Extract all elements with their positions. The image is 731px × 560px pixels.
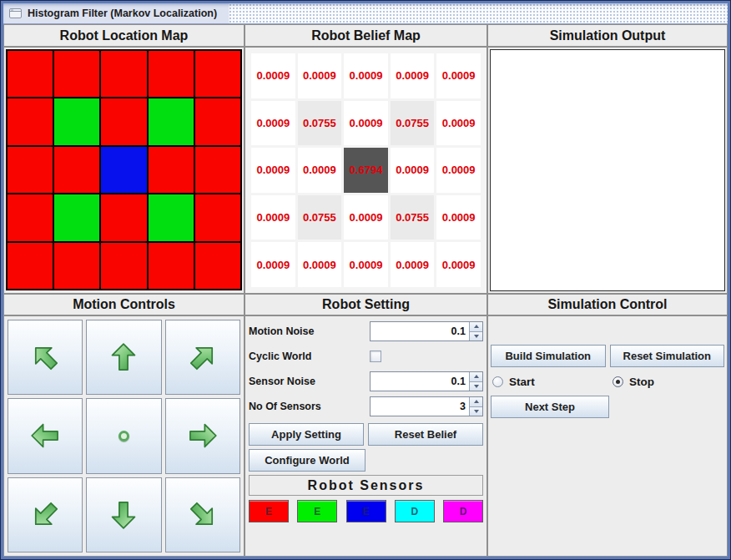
move-down-button[interactable] <box>86 477 161 552</box>
location-cell-r1c2-red[interactable] <box>101 98 146 144</box>
sensor-swatches: EEEDD <box>249 500 483 522</box>
stop-radio-icon[interactable] <box>613 376 623 387</box>
belief-cell-r4c0: 0.0009 <box>251 242 295 287</box>
location-cell-r0c0-red[interactable] <box>8 51 53 97</box>
motion-noise-spinner-buttons <box>469 322 482 341</box>
sensor-4-swatch[interactable]: D <box>395 500 435 522</box>
window-icon <box>8 7 23 20</box>
location-cell-r2c1-red[interactable] <box>54 147 99 193</box>
location-cell-r3c4-red[interactable] <box>195 194 240 240</box>
build-simulation-button[interactable]: Build Simulation <box>491 345 606 367</box>
move-down-right-button[interactable] <box>165 477 240 552</box>
location-cell-r4c3-red[interactable] <box>149 243 194 289</box>
belief-cell-r4c3: 0.0009 <box>391 242 435 287</box>
location-cell-r0c3-red[interactable] <box>149 51 194 97</box>
location-cell-r0c1-red[interactable] <box>54 51 99 97</box>
location-cell-r4c1-red[interactable] <box>54 243 99 289</box>
location-map-header: Robot Location Map <box>3 24 245 47</box>
move-left-button[interactable] <box>8 398 83 473</box>
sensor-3-swatch[interactable]: E <box>346 500 386 522</box>
location-cell-r0c2-red[interactable] <box>101 51 146 97</box>
location-cell-r4c4-red[interactable] <box>195 243 240 289</box>
move-up-button[interactable] <box>86 320 161 395</box>
motion-controls-header: Motion Controls <box>3 294 245 315</box>
spinner-up-icon[interactable] <box>469 397 482 407</box>
spinner-down-icon[interactable] <box>469 382 482 391</box>
location-map-grid <box>6 49 242 290</box>
robot-sensors-header: Robot Sensors <box>249 475 483 496</box>
spinner-up-icon[interactable] <box>469 372 482 382</box>
arrow-down-icon <box>108 499 139 531</box>
location-cell-r4c0-red[interactable] <box>8 243 53 289</box>
window-title: Histogram Filter (Markov Localization) <box>28 8 229 19</box>
start-radio-label: Start <box>509 376 535 388</box>
move-right-button[interactable] <box>165 398 240 473</box>
location-cell-r1c0-red[interactable] <box>8 98 53 144</box>
belief-cell-r0c3: 0.0009 <box>391 53 435 98</box>
setting-buttons-row: Apply Setting Reset Belief <box>249 423 483 446</box>
stop-radio[interactable]: Stop <box>613 376 654 388</box>
belief-map-header: Robot Belief Map <box>245 24 487 47</box>
no-of-sensors-value[interactable]: 3 <box>371 397 469 416</box>
location-cell-r2c3-red[interactable] <box>149 147 194 193</box>
move-stay-button[interactable] <box>86 398 161 473</box>
start-radio-icon[interactable] <box>492 376 503 387</box>
title-bar[interactable]: Histogram Filter (Markov Localization) <box>3 3 728 24</box>
belief-cell-r2c0: 0.0009 <box>251 148 295 193</box>
location-cell-r2c0-red[interactable] <box>8 147 53 193</box>
location-cell-r3c1-green[interactable] <box>54 194 99 240</box>
location-cell-r3c3-green[interactable] <box>149 194 194 240</box>
location-cell-r4c2-red[interactable] <box>101 243 146 289</box>
location-cell-r2c2-blue[interactable] <box>101 147 146 193</box>
arrow-up-right-icon <box>180 335 225 380</box>
location-cell-r3c2-red[interactable] <box>101 194 146 240</box>
configure-world-button[interactable]: Configure World <box>249 449 366 472</box>
location-map-panel <box>3 47 245 294</box>
robot-setting-header: Robot Setting <box>245 294 487 315</box>
no-of-sensors-row: No Of Sensors3 <box>249 394 483 419</box>
belief-cell-r1c4: 0.0009 <box>436 101 481 146</box>
simulation-control-header: Simulation Control <box>487 294 728 315</box>
location-cell-r0c4-red[interactable] <box>195 51 240 97</box>
arrow-right-icon <box>187 420 219 452</box>
sensor-noise-spinner[interactable]: 0.1 <box>370 371 483 391</box>
belief-cell-r2c4: 0.0009 <box>436 148 481 193</box>
sensor-2-swatch[interactable]: E <box>297 500 337 522</box>
belief-cell-r1c0: 0.0009 <box>251 101 295 146</box>
location-cell-r1c3-green[interactable] <box>149 98 194 144</box>
spinner-down-icon[interactable] <box>469 332 482 341</box>
no-of-sensors-spinner[interactable]: 3 <box>370 396 483 416</box>
reset-simulation-button[interactable]: Reset Simulation <box>610 345 725 367</box>
location-cell-r2c4-red[interactable] <box>195 147 240 193</box>
location-cell-r1c4-red[interactable] <box>195 98 240 144</box>
motion-noise-spinner[interactable]: 0.1 <box>370 321 483 341</box>
move-up-right-button[interactable] <box>165 320 240 395</box>
cyclic-world-checkbox[interactable] <box>370 351 381 362</box>
arrow-up-icon <box>108 341 139 373</box>
belief-cell-r1c3: 0.0755 <box>391 101 435 146</box>
location-cell-r1c1-green[interactable] <box>54 98 99 144</box>
stay-icon <box>118 431 129 441</box>
reset-belief-button[interactable]: Reset Belief <box>368 423 483 446</box>
start-radio[interactable]: Start <box>491 376 613 388</box>
belief-cell-r3c4: 0.0009 <box>436 195 481 240</box>
move-down-left-button[interactable] <box>8 477 83 552</box>
next-step-button[interactable]: Next Step <box>491 396 609 418</box>
motion-noise-value[interactable]: 0.1 <box>371 322 469 341</box>
belief-cell-r2c2: 0.6794 <box>344 148 388 193</box>
location-cell-r3c0-red[interactable] <box>8 194 53 240</box>
cyclic-world-row: Cyclic World <box>249 344 483 369</box>
no-of-sensors-label: No Of Sensors <box>249 401 370 412</box>
sensor-5-swatch[interactable]: D <box>443 500 483 522</box>
simulation-output-header: Simulation Output <box>487 24 728 47</box>
spinner-up-icon[interactable] <box>469 322 482 332</box>
spinner-down-icon[interactable] <box>469 407 482 416</box>
sensor-1-swatch[interactable]: E <box>249 500 289 522</box>
apply-setting-button[interactable]: Apply Setting <box>249 423 364 446</box>
stop-radio-label: Stop <box>629 376 654 388</box>
sensor-noise-value[interactable]: 0.1 <box>371 372 469 391</box>
sensor-noise-row: Sensor Noise0.1 <box>249 369 483 394</box>
simulation-output-area[interactable] <box>490 49 725 291</box>
no-of-sensors-spinner-buttons <box>469 397 482 416</box>
move-up-left-button[interactable] <box>8 320 83 395</box>
